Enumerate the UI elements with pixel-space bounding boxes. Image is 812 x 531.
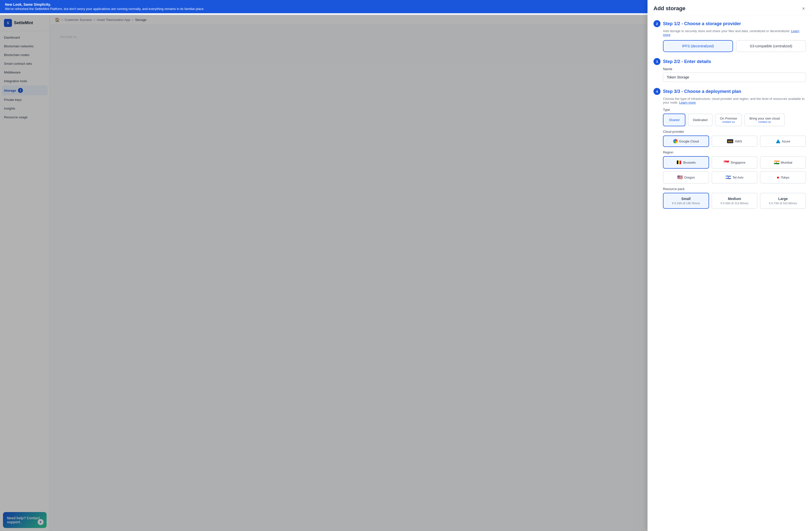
region-oregon-button[interactable]: 🇺🇸 Oregon: [663, 171, 709, 183]
step-2-section: 3 Step 2/2 - Enter details Name: [653, 58, 806, 82]
cloud-aws-button[interactable]: aws AWS: [712, 135, 758, 147]
region-brussels-button[interactable]: 🇧🇪 Brussels: [663, 156, 709, 168]
step-3-section: 4 Step 3/3 - Choose a deployment plan Ch…: [653, 88, 806, 209]
resource-medium-button[interactable]: Medium € 0.43/h (€ 313.90/mo): [712, 193, 758, 209]
gcloud-icon: [673, 139, 678, 144]
resource-label: Resource pack: [653, 187, 806, 191]
large-pack-name: Large: [763, 197, 803, 201]
name-label: Name: [663, 67, 806, 71]
region-grid: 🇧🇪 Brussels 🇸🇬 Singapore 🇮🇳 Mumbai 🇺🇸 Or…: [653, 156, 806, 183]
step-1-desc: Add storage to securely store and share …: [653, 29, 806, 36]
modal-title: Add storage: [653, 5, 685, 12]
type-label: Type: [653, 108, 806, 112]
type-on-premise-button[interactable]: On Premisecontact us: [715, 114, 742, 126]
resource-large-button[interactable]: Large € 0.73/h (€ 532.90/mo): [760, 193, 806, 209]
aws-icon: aws: [727, 139, 734, 143]
region-tel-aviv-button[interactable]: 🇮🇱 Tel Aviv: [712, 171, 758, 183]
provider-row: IPFS (decentralized) S3-compatible (cent…: [653, 40, 806, 52]
small-pack-price: € 0.19/h (€ 138.70/mo): [666, 202, 706, 205]
large-pack-price: € 0.73/h (€ 532.90/mo): [763, 202, 803, 205]
medium-pack-price: € 0.43/h (€ 313.90/mo): [714, 202, 755, 205]
modal-body: 2 Step 1/2 - Choose a storage provider A…: [648, 15, 812, 220]
resource-row: Small € 0.19/h (€ 138.70/mo) Medium € 0.…: [653, 193, 806, 209]
step-1-section: 2 Step 1/2 - Choose a storage provider A…: [653, 20, 806, 52]
step-2-badge: 3: [653, 58, 661, 65]
region-tokyo-button[interactable]: ● Tokyo: [760, 171, 806, 183]
type-shared-button[interactable]: Shared: [663, 114, 685, 126]
tel-aviv-flag: 🇮🇱: [726, 175, 731, 180]
type-byoc-button[interactable]: Bring your own cloudcontact us: [744, 114, 785, 126]
provider-s3-button[interactable]: S3-compatible (centralized): [736, 40, 806, 52]
modal-drawer: Add storage × 2 Step 1/2 - Choose a stor…: [648, 0, 812, 531]
singapore-flag: 🇸🇬: [724, 160, 729, 165]
step-1-header: 2 Step 1/2 - Choose a storage provider: [653, 20, 806, 27]
small-pack-name: Small: [666, 197, 706, 201]
medium-pack-name: Medium: [714, 197, 755, 201]
step-1-title: Step 1/2 - Choose a storage provider: [663, 21, 741, 26]
step-1-desc-text: Add storage to securely store and share …: [663, 29, 790, 33]
type-row: Shared Dedicated On Premisecontact us Br…: [653, 114, 806, 126]
step-2-header: 3 Step 2/2 - Enter details: [653, 58, 806, 65]
cloud-gcloud-button[interactable]: Google Cloud: [663, 135, 709, 147]
step-1-badge: 2: [653, 20, 661, 27]
provider-ipfs-button[interactable]: IPFS (decentralized): [663, 40, 733, 52]
azure-icon: [776, 139, 780, 143]
step-3-header: 4 Step 3/3 - Choose a deployment plan: [653, 88, 806, 95]
cloud-row: Google Cloud aws AWS Azure: [653, 135, 806, 147]
name-form-group: Name: [653, 67, 806, 82]
resource-small-button[interactable]: Small € 0.19/h (€ 138.70/mo): [663, 193, 709, 209]
brussels-flag: 🇧🇪: [676, 160, 682, 165]
region-singapore-button[interactable]: 🇸🇬 Singapore: [712, 156, 758, 168]
type-dedicated-button[interactable]: Dedicated: [688, 114, 713, 126]
region-mumbai-button[interactable]: 🇮🇳 Mumbai: [760, 156, 806, 168]
name-input[interactable]: [663, 73, 806, 82]
step-3-title: Step 3/3 - Choose a deployment plan: [663, 89, 741, 94]
oregon-flag: 🇺🇸: [677, 175, 683, 180]
modal-header: Add storage ×: [648, 0, 812, 15]
step-2-title: Step 2/2 - Enter details: [663, 59, 711, 64]
step-3-learn-more[interactable]: Learn more: [679, 101, 696, 104]
cloud-azure-button[interactable]: Azure: [760, 135, 806, 147]
step-3-desc: Choose the type of infrastructure, cloud…: [653, 97, 806, 104]
cloud-label: Cloud provider: [653, 130, 806, 133]
mumbai-flag: 🇮🇳: [774, 160, 779, 165]
modal-close-button[interactable]: ×: [801, 5, 806, 12]
region-label: Region: [653, 150, 806, 154]
step-3-badge: 4: [653, 88, 661, 95]
